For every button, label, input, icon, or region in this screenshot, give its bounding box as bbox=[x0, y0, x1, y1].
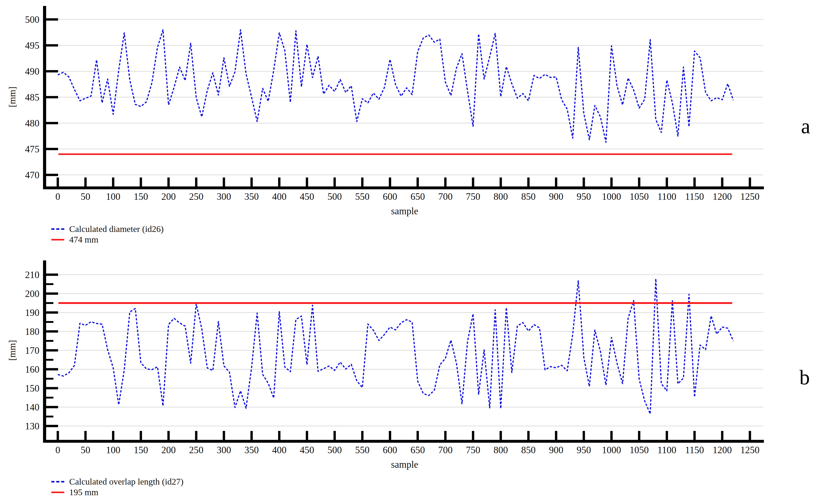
figure-canvas: 4704754804854904955000501001502002503003… bbox=[0, 0, 816, 504]
legend-swatch-solid-red-icon bbox=[51, 239, 64, 240]
x-tick-label: 450 bbox=[300, 445, 314, 455]
x-tick-label: 100 bbox=[106, 445, 120, 455]
x-tick-label: 200 bbox=[161, 445, 176, 455]
x-tick-label: 850 bbox=[521, 445, 536, 455]
x-tick-label: 350 bbox=[244, 445, 259, 455]
x-tick-label: 550 bbox=[355, 445, 369, 455]
x-tick-label: 1000 bbox=[602, 445, 621, 455]
y-tick-label: 150 bbox=[25, 383, 40, 394]
x-tick-label: 1150 bbox=[685, 445, 704, 455]
legend-label-ref-474: 474 mm bbox=[69, 235, 98, 245]
x-tick-label: 950 bbox=[577, 445, 591, 455]
y-tick-label: 210 bbox=[25, 269, 40, 280]
legend-label-ref-195: 195 mm bbox=[69, 487, 98, 497]
x-tick-label: 1250 bbox=[740, 445, 760, 455]
legend-b: Calculated overlap length (id27) 195 mm bbox=[51, 477, 183, 498]
y-tick-label: 160 bbox=[25, 364, 40, 375]
legend-swatch-solid-red-icon bbox=[51, 492, 64, 493]
y-tick-label: 190 bbox=[25, 307, 40, 318]
panel-label-b: b bbox=[799, 366, 810, 389]
x-tick-label: 50 bbox=[81, 445, 90, 455]
x-tick-label: 1200 bbox=[713, 445, 732, 455]
y-axis-label-a: [mm] bbox=[7, 87, 18, 107]
x-tick-label: 650 bbox=[411, 445, 425, 455]
legend-swatch-dashed-blue-icon bbox=[51, 228, 64, 230]
legend-label-diameter: Calculated diameter (id26) bbox=[69, 224, 163, 234]
y-tick-label: 170 bbox=[25, 345, 40, 356]
y-tick-label: 180 bbox=[25, 326, 40, 337]
x-tick-label: 150 bbox=[134, 445, 148, 455]
x-tick-label: 400 bbox=[272, 445, 287, 455]
legend-item-ref-474: 474 mm bbox=[51, 235, 163, 245]
x-tick-label: 1100 bbox=[657, 445, 676, 455]
legend-item-ref-195: 195 mm bbox=[51, 487, 183, 498]
x-tick-label: 800 bbox=[494, 445, 508, 455]
x-tick-label: 900 bbox=[549, 445, 564, 455]
y-tick-label: 130 bbox=[25, 421, 40, 431]
x-tick-label: 0 bbox=[55, 445, 60, 455]
y-tick-label: 200 bbox=[25, 288, 40, 299]
x-tick-label: 250 bbox=[189, 445, 203, 455]
x-axis-label-a: sample bbox=[391, 205, 419, 217]
chart-b-plot-area: 1301401501601701801902002100501001502002… bbox=[0, 0, 816, 504]
x-tick-label: 500 bbox=[327, 445, 342, 455]
x-tick-label: 300 bbox=[217, 445, 231, 455]
legend-swatch-dashed-blue-icon bbox=[51, 481, 64, 482]
x-axis-label-b: sample bbox=[391, 459, 419, 470]
panel-label-a: a bbox=[801, 115, 810, 138]
x-tick-label: 1050 bbox=[630, 445, 649, 455]
data-series-line bbox=[58, 279, 733, 414]
x-tick-label: 750 bbox=[466, 445, 480, 455]
x-tick-label: 600 bbox=[383, 445, 397, 455]
legend-item-diameter: Calculated diameter (id26) bbox=[51, 224, 163, 234]
legend-label-overlap: Calculated overlap length (id27) bbox=[69, 477, 183, 487]
x-tick-label: 700 bbox=[438, 445, 453, 455]
y-tick-label: 140 bbox=[25, 402, 40, 413]
legend-a: Calculated diameter (id26) 474 mm bbox=[51, 224, 163, 245]
y-axis-label-b: [mm] bbox=[7, 340, 18, 361]
legend-item-overlap: Calculated overlap length (id27) bbox=[51, 477, 183, 487]
